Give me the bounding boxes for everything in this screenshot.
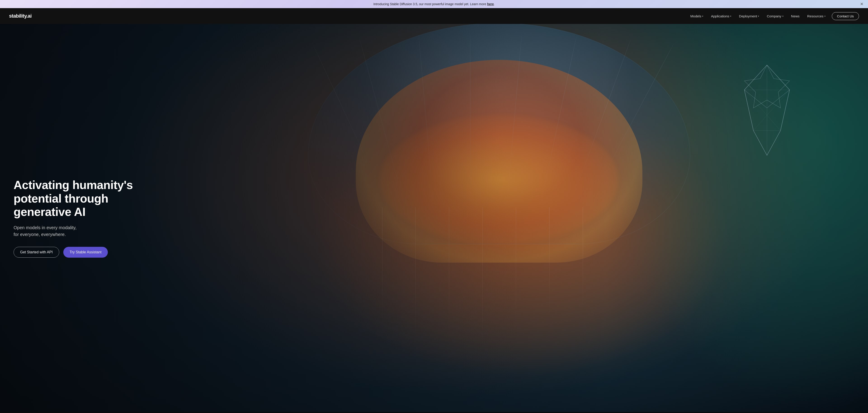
announcement-text: Introducing Stable Diffusion 3.5, our mo… xyxy=(373,2,487,6)
chevron-down-icon: ▾ xyxy=(702,15,703,18)
chevron-down-icon: ▾ xyxy=(730,15,731,18)
hero-cta-buttons: Get Started with API Try Stable Assistan… xyxy=(13,247,140,257)
announcement-bar: Introducing Stable Diffusion 3.5, our mo… xyxy=(0,0,868,8)
hero-section: Activating humanity's potential through … xyxy=(0,24,868,412)
nav-item-deployment[interactable]: Deployment ▾ xyxy=(736,12,762,20)
nav-item-resources[interactable]: Resources ▾ xyxy=(804,12,829,20)
hero-subtext: Open models in every modality,for everyo… xyxy=(13,224,140,238)
chevron-down-icon: ▾ xyxy=(782,15,783,18)
chevron-down-icon: ▾ xyxy=(758,15,759,18)
get-started-api-button[interactable]: Get Started with API xyxy=(13,247,59,257)
hero-heading: Activating humanity's potential through … xyxy=(13,178,140,219)
chevron-down-icon: ▾ xyxy=(825,15,826,18)
nav-item-models[interactable]: Models ▾ xyxy=(687,12,706,20)
nav-menu: Models ▾ Applications ▾ Deployment ▾ Com… xyxy=(687,12,859,20)
announcement-link[interactable]: here xyxy=(487,2,494,6)
nav-item-news[interactable]: News xyxy=(788,12,803,20)
try-stable-assistant-button[interactable]: Try Stable Assistant xyxy=(63,247,108,257)
logo[interactable]: stability.ai xyxy=(9,13,32,19)
contact-us-button[interactable]: Contact Us xyxy=(832,12,859,20)
nav-item-applications[interactable]: Applications ▾ xyxy=(708,12,735,20)
hero-content: Activating humanity's potential through … xyxy=(0,178,154,257)
navbar: stability.ai Models ▾ Applications ▾ Dep… xyxy=(0,8,868,24)
announcement-close-button[interactable]: ✕ xyxy=(860,2,864,6)
nav-item-company[interactable]: Company ▾ xyxy=(764,12,786,20)
